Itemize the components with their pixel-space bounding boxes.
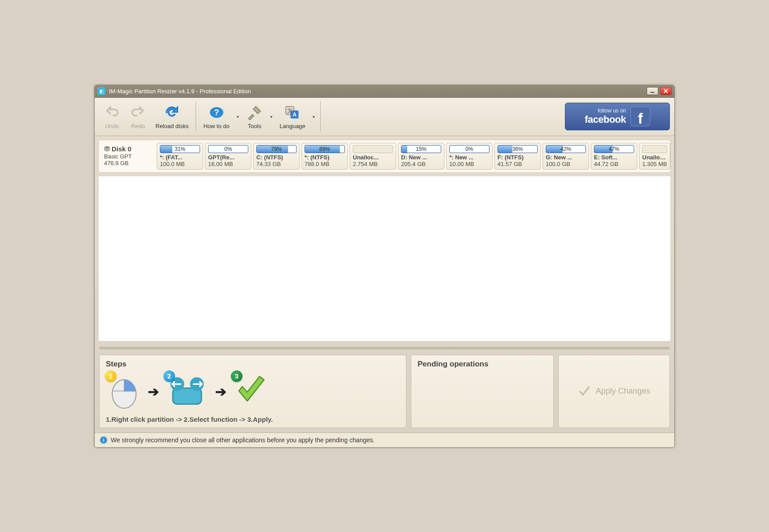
- partition-name: D: New ...: [401, 154, 441, 161]
- splitter[interactable]: [99, 347, 670, 349]
- usage-bar: 36%: [497, 145, 538, 153]
- pending-title: Pending operations: [418, 360, 547, 369]
- partition-name: G: New ...: [546, 154, 586, 161]
- toolbar-separator: [196, 101, 196, 132]
- arrow-right-icon: ➔: [215, 384, 226, 399]
- help-icon: ?: [208, 104, 225, 121]
- window-title: IM-Magic Partition Resizer v4.1.9 - Prof…: [109, 88, 647, 95]
- close-button[interactable]: [660, 87, 672, 95]
- usage-bar: 31%: [160, 145, 200, 153]
- steps-title: Steps: [106, 360, 400, 369]
- partition-tile[interactable]: 79%C: (NTFS)74.33 GB: [253, 143, 300, 170]
- step-1: 1: [109, 373, 140, 410]
- partition-size: 100.0 GB: [546, 161, 586, 167]
- usage-bar: [353, 145, 393, 153]
- usage-bar: 47%: [594, 145, 634, 153]
- how-to-do-button[interactable]: ? How to do: [199, 99, 234, 134]
- reload-disks-button[interactable]: Reload disks: [151, 99, 193, 134]
- partition-tile[interactable]: 0%GPT(Re...16.00 MB: [205, 143, 251, 170]
- undo-button[interactable]: Undo: [99, 99, 125, 134]
- usage-bar: 89%: [305, 145, 345, 153]
- usage-bar: 79%: [256, 145, 297, 153]
- partition-size: 41.57 GB: [497, 161, 538, 167]
- toolbar: Undo Redo Reload disks ? How to do ▾: [95, 98, 674, 136]
- partition-size: 16.00 MB: [208, 161, 248, 167]
- arrow-right-icon: ➔: [148, 384, 159, 399]
- chevron-down-icon[interactable]: ▾: [267, 114, 275, 119]
- partition-tile[interactable]: 31%*: (FAT...100.0 MB: [157, 143, 203, 170]
- steps-caption: 1.Right click partition -> 2.Select func…: [106, 416, 400, 423]
- apply-panel: Apply Changes: [558, 355, 670, 428]
- language-button[interactable]: 文A Language: [275, 99, 310, 134]
- step-2: 2: [167, 373, 207, 410]
- language-icon: 文A: [284, 104, 301, 121]
- steps-panel: Steps 1 ➔ 2 ➔ 3 1.Right click partition …: [99, 355, 406, 428]
- partition-size: 44.72 GB: [594, 161, 634, 167]
- statusbar: i We strongly recommend you close all ot…: [95, 432, 674, 447]
- partition-size: 10.00 MB: [449, 161, 489, 167]
- partition-name: GPT(Re...: [208, 154, 248, 161]
- redo-button[interactable]: Redo: [125, 99, 151, 134]
- tools-button[interactable]: Tools: [242, 99, 267, 134]
- usage-bar: 0%: [449, 145, 489, 153]
- status-text: We strongly recommend you close all othe…: [111, 436, 375, 444]
- partition-name: Unalloc...: [642, 154, 667, 161]
- partition-tile[interactable]: 36%F: (NTFS)41.57 GB: [494, 143, 541, 170]
- partition-list-area: [98, 176, 671, 341]
- facebook-icon: f: [631, 107, 650, 126]
- partition-name: *: (FAT...: [160, 154, 200, 161]
- redo-icon: [130, 104, 146, 121]
- partition-size: 205.4 GB: [401, 161, 441, 167]
- chevron-down-icon[interactable]: ▾: [310, 114, 318, 119]
- usage-bar: 0%: [208, 145, 248, 153]
- disk-row: ⛃Disk 0 Basic GPT 476.9 GB 31%*: (FAT...…: [98, 140, 671, 173]
- partition-size: 788.0 MB: [305, 161, 345, 167]
- partition-name: *: (NTFS): [305, 154, 345, 161]
- usage-bar: 42%: [546, 145, 586, 153]
- partition-tile[interactable]: 89%*: (NTFS)788.0 MB: [301, 143, 348, 170]
- svg-text:A: A: [293, 112, 297, 118]
- facebook-banner[interactable]: follow us on facebook f: [565, 103, 670, 130]
- step-3: 3: [234, 373, 268, 410]
- partition-size: 100.0 MB: [160, 161, 200, 167]
- usage-bar: [642, 145, 667, 153]
- partition-tile[interactable]: 0%*: New ...10.00 MB: [446, 143, 493, 170]
- app-icon: ◧: [97, 87, 105, 95]
- svg-text:?: ?: [214, 108, 219, 117]
- checkmark-icon: [578, 385, 591, 398]
- partition-name: E: Soft...: [594, 154, 634, 161]
- partition-name: *: New ...: [449, 154, 489, 161]
- titlebar[interactable]: ◧ IM-Magic Partition Resizer v4.1.9 - Pr…: [95, 85, 674, 98]
- partition-size: 74.33 GB: [256, 161, 297, 167]
- pending-operations-panel: Pending operations: [411, 355, 554, 428]
- minimize-button[interactable]: [647, 87, 658, 95]
- partition-tile[interactable]: Unalloc...1.305 MB: [639, 143, 670, 170]
- undo-icon: [104, 104, 121, 121]
- usage-bar: 15%: [401, 145, 441, 153]
- partition-size: 1.305 MB: [642, 161, 667, 167]
- reload-icon: [163, 104, 180, 121]
- partition-name: F: (NTFS): [497, 154, 538, 161]
- disk-icon: ⛃: [104, 145, 110, 153]
- disk-header[interactable]: ⛃Disk 0 Basic GPT 476.9 GB: [101, 143, 155, 170]
- partition-tile[interactable]: 15%D: New ...205.4 GB: [398, 143, 444, 170]
- svg-text:文: 文: [287, 108, 293, 114]
- application-window: ◧ IM-Magic Partition Resizer v4.1.9 - Pr…: [94, 85, 675, 448]
- info-icon: i: [100, 436, 107, 444]
- partition-tile[interactable]: 47%E: Soft...44.72 GB: [591, 143, 637, 170]
- toolbar-separator: [320, 101, 321, 132]
- partition-name: C: (NTFS): [256, 154, 297, 161]
- chevron-down-icon[interactable]: ▾: [234, 114, 242, 119]
- tools-icon: [246, 104, 263, 121]
- partition-name: Unalloc...: [353, 154, 393, 161]
- partition-tile[interactable]: 42%G: New ...100.0 GB: [543, 143, 589, 170]
- partition-size: 2.754 MB: [353, 161, 393, 167]
- apply-changes-button[interactable]: Apply Changes: [578, 385, 650, 398]
- partition-tile[interactable]: Unalloc...2.754 MB: [350, 143, 396, 170]
